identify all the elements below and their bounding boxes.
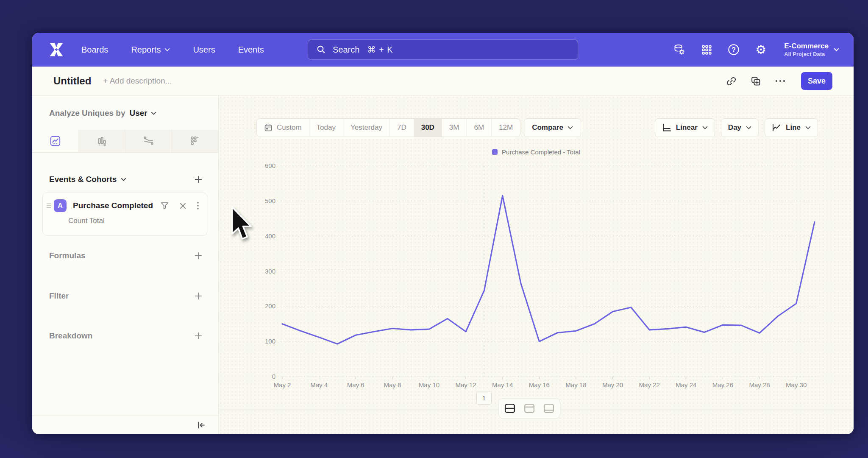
chart-toolbar: Custom Today Yesterday 7D 30D 3M 6M 12M … bbox=[256, 118, 818, 137]
search-input[interactable]: Search ⌘ + K bbox=[308, 39, 578, 60]
copy-link-icon[interactable] bbox=[726, 75, 737, 87]
query-sidebar: Analyze Uniques by User bbox=[32, 96, 219, 434]
range-30d[interactable]: 30D bbox=[414, 119, 442, 137]
help-icon[interactable]: ? bbox=[727, 43, 740, 56]
filter-funnel-icon[interactable] bbox=[160, 201, 169, 210]
range-label: 3M bbox=[449, 123, 459, 132]
range-label: 6M bbox=[474, 123, 484, 132]
tab-bar-chart[interactable] bbox=[79, 130, 125, 152]
legend-label: Purchase Completed - Total bbox=[502, 148, 580, 156]
range-today[interactable]: Today bbox=[309, 119, 343, 137]
chart-panel: Custom Today Yesterday 7D 30D 3M 6M 12M … bbox=[219, 96, 854, 434]
mixpanel-logo-icon[interactable] bbox=[47, 41, 66, 58]
add-formula-button[interactable] bbox=[195, 252, 202, 260]
chevron-down-icon bbox=[568, 126, 573, 130]
range-7d[interactable]: 7D bbox=[390, 119, 414, 137]
section-filter: Filter bbox=[49, 290, 202, 302]
add-description-placeholder[interactable]: + Add description... bbox=[103, 76, 172, 86]
analyze-entity-dropdown[interactable]: User bbox=[130, 109, 156, 118]
tab-scatter-chart[interactable] bbox=[172, 130, 218, 152]
section-formulas: Formulas bbox=[49, 249, 202, 262]
nav-item-boards[interactable]: Boards bbox=[81, 45, 108, 55]
nav-right-cluster: ? ⚙ E-Commerce All Project Data bbox=[673, 42, 839, 58]
annotation-marker-1[interactable]: 1 bbox=[476, 391, 492, 405]
svg-text:May 6: May 6 bbox=[347, 381, 364, 388]
line-chart-tab-icon bbox=[50, 135, 61, 147]
section-breakdown: Breakdown bbox=[49, 330, 202, 342]
report-title[interactable]: Untitled bbox=[53, 75, 91, 87]
svg-text:500: 500 bbox=[265, 197, 275, 204]
layout-top-bar-button[interactable] bbox=[520, 400, 538, 417]
analyze-uniques-row: Analyze Uniques by User bbox=[49, 109, 156, 118]
layout-toggle-group bbox=[498, 398, 560, 419]
compare-button[interactable]: Compare bbox=[524, 118, 581, 137]
top-nav: Boards Reports Users Events Search ⌘ + K bbox=[32, 33, 854, 67]
scatter-tab-icon bbox=[189, 135, 201, 147]
range-yesterday[interactable]: Yesterday bbox=[343, 119, 390, 137]
add-breakdown-button[interactable] bbox=[195, 332, 202, 340]
help-mark: ? bbox=[732, 46, 736, 53]
svg-text:May 30: May 30 bbox=[786, 381, 807, 388]
search-shortcut: ⌘ + K bbox=[367, 45, 393, 55]
collapse-sidebar-icon[interactable] bbox=[197, 421, 206, 429]
nav-item-events[interactable]: Events bbox=[238, 45, 264, 55]
event-metric[interactable]: Count Total bbox=[68, 217, 199, 225]
layout-bottom-bar-button[interactable] bbox=[540, 400, 558, 417]
svg-text:May 16: May 16 bbox=[529, 381, 550, 388]
project-selector[interactable]: E-Commerce All Project Data bbox=[784, 42, 839, 58]
chevron-down-icon bbox=[702, 126, 708, 130]
svg-text:May 28: May 28 bbox=[749, 381, 770, 388]
remove-event-icon[interactable] bbox=[179, 202, 187, 210]
chart-type-label: Line bbox=[786, 123, 801, 132]
duplicate-icon[interactable] bbox=[750, 75, 761, 87]
save-button[interactable]: Save bbox=[801, 72, 832, 90]
chart-type-dropdown[interactable]: Line bbox=[765, 118, 818, 137]
drag-handle-icon[interactable] bbox=[46, 203, 51, 209]
nav-item-users[interactable]: Users bbox=[193, 45, 215, 55]
nav-item-reports[interactable]: Reports bbox=[131, 45, 170, 55]
line-chart-svg: 0100200300400500600May 2May 4May 6May 8M… bbox=[219, 162, 854, 393]
event-letter-badge: A bbox=[54, 199, 67, 212]
project-name: E-Commerce bbox=[784, 42, 829, 50]
more-options-icon[interactable] bbox=[775, 75, 786, 87]
svg-text:0: 0 bbox=[272, 373, 275, 380]
project-subtitle: All Project Data bbox=[784, 51, 829, 58]
events-cohorts-header: Events & Cohorts bbox=[49, 175, 202, 184]
compare-label: Compare bbox=[532, 123, 563, 132]
nav-menu: Boards Reports Users Events bbox=[81, 45, 264, 55]
svg-text:100: 100 bbox=[265, 338, 275, 345]
range-12m[interactable]: 12M bbox=[492, 119, 520, 137]
event-card-purchase-completed[interactable]: A Purchase Completed Count Total bbox=[42, 193, 207, 236]
range-3m[interactable]: 3M bbox=[442, 119, 467, 137]
svg-text:May 20: May 20 bbox=[602, 381, 623, 388]
data-management-icon[interactable] bbox=[673, 43, 686, 56]
layout-split-horizontal-button[interactable] bbox=[501, 400, 519, 417]
add-filter-button[interactable] bbox=[195, 292, 202, 300]
add-event-button[interactable] bbox=[195, 176, 202, 183]
apps-grid-icon[interactable] bbox=[700, 43, 713, 56]
range-label: Yesterday bbox=[351, 123, 382, 132]
kebab-menu-icon[interactable] bbox=[197, 201, 199, 210]
calendar-icon bbox=[264, 123, 273, 132]
svg-text:May 26: May 26 bbox=[712, 381, 733, 388]
event-name[interactable]: Purchase Completed bbox=[73, 201, 153, 210]
settings-gear-icon[interactable]: ⚙ bbox=[754, 43, 767, 56]
tab-line-chart[interactable] bbox=[32, 130, 79, 152]
scale-dropdown[interactable]: Linear bbox=[655, 118, 715, 137]
nav-item-label: Users bbox=[193, 45, 215, 55]
sidebar-footer bbox=[32, 416, 218, 434]
svg-text:200: 200 bbox=[265, 302, 275, 310]
chart-legend[interactable]: Purchase Completed - Total bbox=[219, 148, 854, 156]
events-cohorts-label: Events & Cohorts bbox=[49, 175, 117, 184]
section-label: Filter bbox=[49, 291, 69, 301]
chevron-down-icon bbox=[805, 126, 811, 130]
tab-flow-chart[interactable] bbox=[125, 130, 172, 152]
range-custom[interactable]: Custom bbox=[257, 119, 309, 137]
events-cohorts-toggle[interactable]: Events & Cohorts bbox=[49, 175, 126, 184]
line-type-icon bbox=[772, 123, 781, 132]
range-6m[interactable]: 6M bbox=[467, 119, 492, 137]
date-range-group: Custom Today Yesterday 7D 30D 3M 6M 12M bbox=[256, 118, 520, 137]
range-label: Today bbox=[317, 123, 336, 132]
interval-dropdown[interactable]: Day bbox=[721, 118, 759, 137]
range-label: 30D bbox=[421, 123, 434, 132]
